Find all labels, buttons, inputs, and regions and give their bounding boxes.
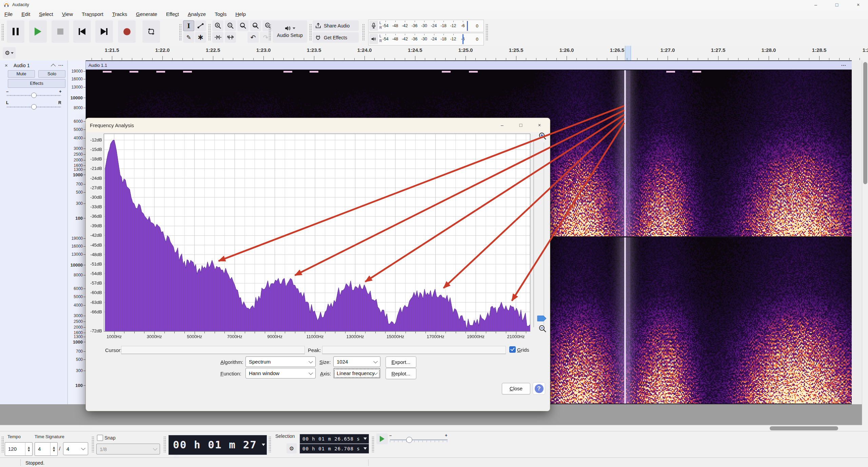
fit-project-button[interactable] <box>250 20 261 31</box>
snap-label[interactable]: Snap <box>104 435 116 441</box>
menu-generate[interactable]: Generate <box>132 9 162 19</box>
time-signature-lower-dropdown[interactable]: 4 <box>63 442 88 455</box>
skip-to-start-button[interactable] <box>73 20 91 43</box>
pause-button[interactable] <box>7 20 24 43</box>
grids-checkbox[interactable] <box>509 346 516 353</box>
selection-caret-icon[interactable] <box>363 437 367 440</box>
time-display[interactable]: 00 h 01 m 27 s <box>169 435 267 455</box>
selection-end-field[interactable]: 00 h 01 m 26.708 s <box>300 444 369 453</box>
solo-button[interactable]: Solo <box>38 70 65 78</box>
zoom-in-button[interactable] <box>212 20 223 31</box>
horizontal-scrollbar[interactable] <box>0 425 862 431</box>
close-button[interactable]: Close <box>502 383 530 394</box>
edit-toolbar-grip[interactable] <box>208 24 211 41</box>
plot-pan-track[interactable] <box>544 142 544 326</box>
play-button[interactable] <box>29 20 47 43</box>
track-collapse-icon[interactable] <box>51 64 56 69</box>
time-display-grip[interactable] <box>163 436 166 452</box>
transport-toolbar-grip[interactable] <box>1 24 4 41</box>
plot-zoom-out-icon[interactable] <box>538 324 547 333</box>
selection-start-field[interactable]: 00 h 01 m 26.658 s <box>300 434 369 444</box>
envelope-tool-button[interactable] <box>195 20 206 31</box>
plot-scroll-flag-icon[interactable] <box>537 315 547 322</box>
menu-analyze[interactable]: Analyze <box>183 9 210 19</box>
time-toolbar-grip[interactable] <box>1 436 4 452</box>
zoom-toggle-button[interactable] <box>262 20 274 31</box>
plot-zoom-in-icon[interactable] <box>538 132 547 140</box>
speed-slider-track[interactable] <box>390 440 448 440</box>
snap-toolbar-grip[interactable] <box>92 436 94 452</box>
track-menu-button[interactable]: ... <box>58 61 64 67</box>
zoom-out-button[interactable] <box>225 20 236 31</box>
export-button[interactable]: Export... <box>386 356 416 368</box>
share-toolbar-grip[interactable] <box>309 24 312 41</box>
snap-checkbox[interactable] <box>97 435 103 441</box>
undo-button[interactable]: ↶ <box>248 32 259 43</box>
trim-audio-button[interactable] <box>212 32 223 43</box>
menu-edit[interactable]: Edit <box>17 9 35 19</box>
menu-file[interactable]: File <box>0 9 17 19</box>
spinner-arrows-icon[interactable]: ▲▼ <box>25 443 32 455</box>
track-title[interactable]: Audio 1 <box>14 63 29 68</box>
loop-button[interactable] <box>142 20 160 43</box>
window-maximize-button[interactable]: □ <box>829 0 845 9</box>
time-signature-upper-spinner[interactable]: 4 ▲▼ <box>35 442 58 456</box>
meter-toolbar-grip[interactable] <box>362 24 365 41</box>
clip-header[interactable]: Audio 1.1 ... <box>86 60 852 70</box>
playback-meter-speaker-icon[interactable] <box>369 34 378 44</box>
axis-dropdown[interactable]: Linear frequency <box>333 368 380 378</box>
track-close-button[interactable]: × <box>5 62 8 68</box>
audio-setup-grip[interactable] <box>269 24 271 41</box>
plot-vertical-zoom-track[interactable] <box>533 141 534 327</box>
mute-button[interactable]: Mute <box>8 70 35 78</box>
record-button[interactable] <box>118 20 136 43</box>
multi-tool-button[interactable]: ∗ <box>195 32 206 43</box>
tools-toolbar-grip[interactable] <box>179 24 182 41</box>
fit-selection-button[interactable] <box>237 20 249 31</box>
draw-tool-button[interactable]: ✎ <box>183 32 194 43</box>
menu-view[interactable]: View <box>58 9 77 19</box>
vertical-scrollbar-thumb[interactable] <box>863 62 867 184</box>
size-dropdown[interactable]: 1024 <box>333 356 380 367</box>
dialog-title-bar[interactable]: Frequency Analysis – □ × <box>86 118 550 132</box>
clip-menu-button[interactable]: ... <box>841 61 846 67</box>
selection-caret-icon[interactable] <box>363 447 367 450</box>
window-minimize-button[interactable]: – <box>808 0 824 9</box>
menu-tracks[interactable]: Tracks <box>108 9 132 19</box>
spinner-arrows-icon[interactable]: ▲▼ <box>50 443 57 455</box>
menu-help[interactable]: Help <box>231 9 250 19</box>
spectrum-plot[interactable] <box>104 134 530 332</box>
stop-button[interactable] <box>52 20 69 43</box>
skip-to-end-button[interactable] <box>95 20 113 43</box>
audio-setup-button[interactable]: Audio Setup <box>273 20 307 43</box>
timeline-ruler[interactable]: ⚙ 1:21.51:22.01:22.51:23.01:23.51:24.01:… <box>0 46 868 61</box>
record-meter-mic-icon[interactable] <box>369 21 378 31</box>
play-at-speed-button[interactable] <box>376 433 388 444</box>
dialog-close-x-button[interactable]: × <box>532 120 547 130</box>
menu-tools[interactable]: Tools <box>210 9 231 19</box>
algorithm-dropdown[interactable]: Spectrum <box>245 356 316 367</box>
silence-audio-button[interactable] <box>225 32 236 43</box>
grids-label[interactable]: Grids <box>517 347 529 353</box>
gain-slider-thumb[interactable] <box>31 93 37 98</box>
speed-slider-thumb[interactable] <box>406 437 412 443</box>
function-dropdown[interactable]: Hann window <box>245 368 316 378</box>
vertical-scrollbar[interactable] <box>862 60 868 425</box>
selection-toolbar-grip[interactable] <box>269 436 271 452</box>
track-vertical-ruler[interactable]: 1900016000130001000080006000500040003000… <box>68 60 86 404</box>
effects-button[interactable]: Effects <box>8 79 65 88</box>
dialog-minimize-button[interactable]: – <box>494 120 510 130</box>
pan-slider-thumb[interactable] <box>31 104 37 110</box>
menu-select[interactable]: Select <box>35 9 58 19</box>
dialog-maximize-button[interactable]: □ <box>513 120 529 130</box>
playback-meter[interactable]: L R -54-48-42-36-30-24-18-12-60 <box>368 33 484 45</box>
horizontal-scrollbar-thumb[interactable] <box>770 426 838 430</box>
menu-transport[interactable]: Transport <box>77 9 108 19</box>
get-effects-button[interactable]: Get Effects <box>313 32 359 43</box>
toolbar-end-grip[interactable] <box>486 24 488 41</box>
help-button[interactable]: ? <box>533 382 545 395</box>
play-at-speed-grip[interactable] <box>372 436 374 452</box>
tempo-spinner[interactable]: 120 ▲▼ <box>5 442 33 456</box>
timeline-options-button[interactable]: ⚙ <box>3 47 16 59</box>
recording-meter[interactable]: L R -54-48-42-36-30-24-18-12-60 <box>368 20 484 32</box>
